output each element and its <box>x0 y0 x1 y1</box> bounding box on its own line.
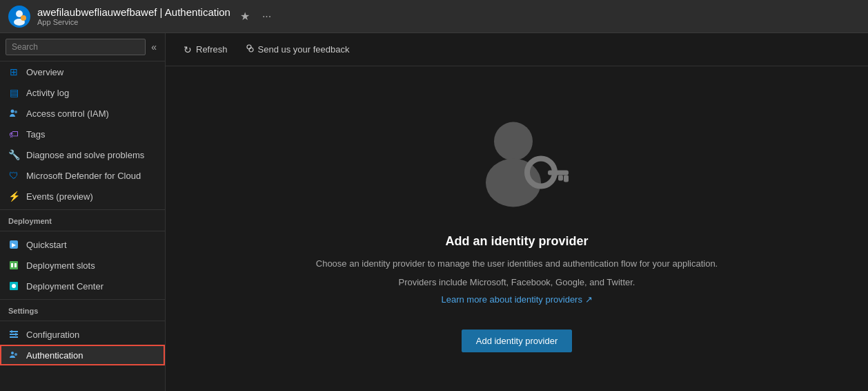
svg-point-21 <box>494 122 533 161</box>
svg-rect-14 <box>10 336 18 338</box>
svg-rect-15 <box>11 330 12 333</box>
more-options-button[interactable]: ··· <box>259 8 274 26</box>
app-header: awefilaubwefliauwefbawef | Authenticatio… <box>0 0 868 33</box>
sidebar-item-tags[interactable]: 🏷 Tags <box>0 124 165 144</box>
add-identity-description-2: Providers include Microsoft, Facebook, G… <box>399 276 635 290</box>
feedback-button[interactable]: Send us your feedback <box>237 40 357 59</box>
access-control-icon <box>8 108 19 119</box>
refresh-button[interactable]: ↻ Refresh <box>177 41 235 59</box>
sidebar-item-label: Access control (IAM) <box>26 108 109 119</box>
svg-point-17 <box>11 352 14 354</box>
sidebar-item-label: Deployment slots <box>26 260 95 271</box>
sidebar-item-label: Authentication <box>26 350 83 361</box>
deployment-section-label: Deployment <box>0 209 165 228</box>
sidebar-item-label: Quickstart <box>26 240 67 250</box>
sidebar-item-label: Microsoft Defender for Cloud <box>26 171 141 181</box>
configuration-icon <box>8 329 19 340</box>
sidebar-item-label: Events (preview) <box>26 191 93 202</box>
content-area: ↻ Refresh Send us your feedback <box>166 33 868 391</box>
avatar <box>8 6 30 28</box>
main-layout: « ⊞ Overview ▤ Activity log Access contr… <box>0 33 868 391</box>
feedback-label: Send us your feedback <box>258 44 350 55</box>
settings-section-label: Settings <box>0 299 165 318</box>
sidebar-item-deployment-center[interactable]: Deployment Center <box>0 276 165 296</box>
sidebar-item-events[interactable]: ⚡ Events (preview) <box>0 186 165 207</box>
sidebar-item-quickstart[interactable]: ▶ Quickstart <box>0 234 165 255</box>
header-title-group: awefilaubwefliauwefbawef | Authenticatio… <box>37 6 230 26</box>
sidebar-item-authentication[interactable]: Authentication <box>0 345 165 365</box>
svg-rect-12 <box>10 331 18 332</box>
diagnose-icon: 🔧 <box>8 149 19 160</box>
authentication-icon <box>8 350 19 361</box>
svg-point-18 <box>14 353 17 356</box>
search-input[interactable] <box>6 39 146 55</box>
learn-more-link[interactable]: Learn more about identity providers ↗ <box>441 294 592 305</box>
section-divider <box>0 231 165 231</box>
collapse-button[interactable]: « <box>148 39 159 55</box>
deployment-center-icon <box>8 280 19 292</box>
sidebar-item-overview[interactable]: ⊞ Overview <box>0 61 165 82</box>
sidebar-item-label: Configuration <box>26 330 79 340</box>
sidebar-item-defender[interactable]: 🛡 Microsoft Defender for Cloud <box>0 165 165 186</box>
svg-rect-26 <box>558 175 563 181</box>
sidebar-item-label: Deployment Center <box>26 281 103 292</box>
svg-text:▶: ▶ <box>12 242 17 248</box>
quickstart-icon: ▶ <box>8 239 19 250</box>
defender-icon: 🛡 <box>8 170 19 181</box>
sidebar-search-row: « <box>0 33 165 61</box>
svg-rect-24 <box>548 171 569 175</box>
svg-rect-16 <box>15 333 17 336</box>
svg-point-3 <box>11 110 14 113</box>
add-identity-provider-button[interactable]: Add identity provider <box>462 330 573 352</box>
svg-rect-9 <box>14 263 17 267</box>
add-identity-title: Add an identity provider <box>445 234 588 249</box>
sidebar: « ⊞ Overview ▤ Activity log Access contr… <box>0 33 166 391</box>
svg-rect-8 <box>11 263 13 267</box>
svg-rect-13 <box>10 334 18 335</box>
sidebar-item-deployment-slots[interactable]: Deployment slots <box>0 255 165 276</box>
svg-rect-7 <box>10 261 18 269</box>
sidebar-item-access-control[interactable]: Access control (IAM) <box>0 103 165 124</box>
overview-icon: ⊞ <box>8 66 19 77</box>
sidebar-item-configuration[interactable]: Configuration <box>0 324 165 345</box>
identity-illustration <box>462 105 572 218</box>
activity-log-icon: ▤ <box>8 87 19 98</box>
events-icon: ⚡ <box>8 191 19 202</box>
toolbar: ↻ Refresh Send us your feedback <box>166 33 868 66</box>
tags-icon: 🏷 <box>8 128 19 140</box>
favorite-button[interactable]: ★ <box>237 7 253 26</box>
main-content: Add an identity provider Choose an ident… <box>166 66 868 391</box>
sidebar-item-label: Diagnose and solve problems <box>26 150 144 160</box>
svg-point-2 <box>21 15 26 21</box>
page-title: awefilaubwefliauwefbawef | Authenticatio… <box>37 6 230 18</box>
sidebar-item-activity-log[interactable]: ▤ Activity log <box>0 82 165 103</box>
add-identity-description-1: Choose an identity provider to manage th… <box>316 257 718 271</box>
svg-rect-25 <box>564 175 569 182</box>
sidebar-item-label: Tags <box>26 129 45 140</box>
app-subtitle: App Service <box>37 18 230 26</box>
sidebar-item-diagnose[interactable]: 🔧 Diagnose and solve problems <box>0 144 165 165</box>
feedback-icon <box>244 44 254 55</box>
svg-point-11 <box>12 284 16 288</box>
deployment-slots-icon <box>8 260 19 271</box>
sidebar-item-label: Activity log <box>26 88 69 98</box>
svg-point-4 <box>14 111 17 113</box>
refresh-label: Refresh <box>196 44 228 55</box>
refresh-icon: ↻ <box>184 44 192 55</box>
section-divider-2 <box>0 321 165 321</box>
sidebar-item-label: Overview <box>26 67 63 77</box>
